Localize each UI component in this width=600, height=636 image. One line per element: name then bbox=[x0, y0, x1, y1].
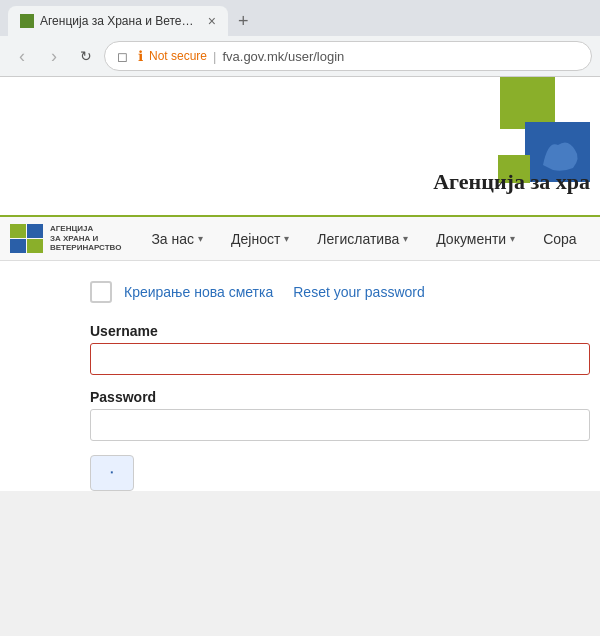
bookmark-icon: ◻ bbox=[117, 49, 128, 64]
nav-items: За нас ▾ Дејност ▾ Легислатива ▾ Докумен… bbox=[137, 217, 590, 261]
nav-label-za-nas: За нас bbox=[151, 231, 194, 247]
nav-logo-text: АГЕНЦИЈА ЗА ХРАНА И ВЕТЕРИНАРСТВО bbox=[50, 224, 121, 253]
tab-bar: Агенција за Храна и Ветерина × + bbox=[0, 0, 600, 36]
security-warning-text: Not secure bbox=[149, 49, 207, 63]
nav-label-dokumenti: Документи bbox=[436, 231, 506, 247]
nav-dropdown-arrow-1: ▾ bbox=[284, 233, 289, 244]
nav-label-dejnost: Дејност bbox=[231, 231, 280, 247]
site-header: Агенција за хра bbox=[0, 77, 600, 217]
nav-item-dokumenti[interactable]: Документи ▾ bbox=[422, 217, 529, 261]
nav-logo-line3: ВЕТЕРИНАРСТВО bbox=[50, 243, 121, 253]
username-label: Username bbox=[90, 323, 600, 339]
back-button[interactable]: ‹ bbox=[8, 42, 36, 70]
tab-close-button[interactable]: × bbox=[208, 13, 216, 29]
nav-dropdown-arrow-2: ▾ bbox=[403, 233, 408, 244]
reset-password-link[interactable]: Reset your password bbox=[293, 284, 425, 300]
new-tab-button[interactable]: + bbox=[232, 11, 255, 32]
navbar: АГЕНЦИЈА ЗА ХРАНА И ВЕТЕРИНАРСТВО За нас… bbox=[0, 217, 600, 261]
password-input[interactable] bbox=[90, 409, 590, 441]
nav-label-sora: Сора bbox=[543, 231, 576, 247]
nav-dropdown-arrow-3: ▾ bbox=[510, 233, 515, 244]
nav-label-legislativa: Легислатива bbox=[317, 231, 399, 247]
address-bar[interactable]: ◻ ℹ Not secure | fva.gov.mk/user/login bbox=[104, 41, 592, 71]
nav-item-sora[interactable]: Сора bbox=[529, 217, 590, 261]
header-title-area: Агенција за хра bbox=[433, 169, 590, 205]
username-form-group: Username bbox=[90, 323, 600, 375]
username-input[interactable] bbox=[90, 343, 590, 375]
nav-item-legislativa[interactable]: Легислатива ▾ bbox=[303, 217, 422, 261]
tab-title: Агенција за Храна и Ветерина bbox=[40, 14, 200, 28]
url-separator: | bbox=[213, 49, 216, 64]
nav-dropdown-arrow-0: ▾ bbox=[198, 233, 203, 244]
browser-chrome: Агенција за Храна и Ветерина × + ‹ › ↻ ◻… bbox=[0, 0, 600, 77]
nav-item-dejnost[interactable]: Дејност ▾ bbox=[217, 217, 303, 261]
url-text: fva.gov.mk/user/login bbox=[222, 49, 344, 64]
login-tab-icon bbox=[90, 281, 112, 303]
password-form-group: Password bbox=[90, 389, 600, 441]
nav-logo-block-green2 bbox=[27, 239, 43, 253]
nav-logo-line1: АГЕНЦИЈА bbox=[50, 224, 121, 234]
nav-logo-small: АГЕНЦИЈА ЗА ХРАНА И ВЕТЕРИНАРСТВО bbox=[10, 224, 121, 254]
password-label: Password bbox=[90, 389, 600, 405]
login-button[interactable]: ⬝ bbox=[90, 455, 134, 491]
nav-logo-block-blue2 bbox=[10, 239, 26, 253]
logo-animal-svg bbox=[533, 130, 583, 175]
address-bar-row: ‹ › ↻ ◻ ℹ Not secure | fva.gov.mk/user/l… bbox=[0, 36, 600, 76]
tab-favicon bbox=[20, 14, 34, 28]
active-tab[interactable]: Агенција за Храна и Ветерина × bbox=[8, 6, 228, 36]
login-area: Креирање нова сметка Reset your password… bbox=[0, 261, 600, 491]
nav-logo-line2: ЗА ХРАНА И bbox=[50, 234, 121, 244]
site-title: Агенција за хра bbox=[433, 169, 590, 195]
nav-logo-block-green1 bbox=[10, 224, 26, 238]
login-tabs: Креирање нова сметка Reset your password bbox=[90, 281, 600, 303]
login-button-icon: ⬝ bbox=[107, 464, 117, 482]
nav-logo-block-blue1 bbox=[27, 224, 43, 238]
page-content: Агенција за хра АГЕНЦИЈА ЗА ХРАНА И ВЕТЕ… bbox=[0, 77, 600, 491]
nav-item-za-nas[interactable]: За нас ▾ bbox=[137, 217, 217, 261]
reload-button[interactable]: ↻ bbox=[72, 42, 100, 70]
security-warning-icon: ℹ bbox=[138, 48, 143, 64]
create-account-link[interactable]: Креирање нова сметка bbox=[124, 284, 273, 300]
forward-button[interactable]: › bbox=[40, 42, 68, 70]
nav-logo-blocks bbox=[10, 224, 46, 254]
